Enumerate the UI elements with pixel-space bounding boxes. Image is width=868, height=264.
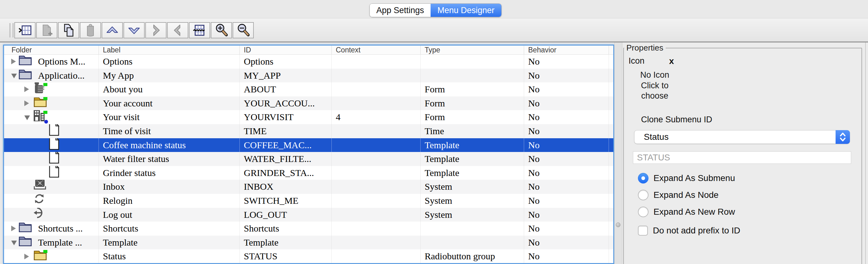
- green-dot-icon: [43, 83, 48, 86]
- icon-clear-button[interactable]: x: [669, 56, 674, 66]
- new-item-button[interactable]: [36, 22, 57, 38]
- table-row[interactable]: ReloginSWITCH_MESystemNo: [4, 194, 613, 208]
- radio-button-icon[interactable]: [638, 207, 649, 217]
- checkbox-icon[interactable]: [638, 226, 648, 236]
- column-header-label[interactable]: Label: [98, 46, 240, 54]
- radio-expand-as-node[interactable]: Expand As Node: [638, 190, 719, 200]
- expander-collapsed-icon[interactable]: [11, 226, 16, 231]
- expander-collapsed-icon[interactable]: [11, 59, 16, 64]
- id-cell: MY_APP: [240, 69, 332, 83]
- checkbox-do-not-add-prefix[interactable]: Do not add prefix to ID: [638, 226, 740, 236]
- behavior-cell: No: [524, 250, 609, 263]
- zoom-in-button[interactable]: [211, 22, 232, 38]
- label-cell: About you: [98, 82, 240, 96]
- table-row[interactable]: Coffee machine statusCOFFEE_MAC...Templa…: [4, 138, 613, 152]
- table-row[interactable]: Options M...OptionsOptionsNo: [4, 55, 613, 69]
- clone-submenu-dropdown[interactable]: Status: [634, 130, 850, 144]
- table-header: FolderLabelIDContextTypeBehavior: [4, 46, 613, 55]
- move-up-button[interactable]: [102, 22, 123, 38]
- table-row[interactable]: About youABOUTFormNo: [4, 82, 613, 96]
- zoom-out-button[interactable]: [232, 22, 254, 38]
- label-cell: Relogin: [98, 194, 240, 208]
- table-row[interactable]: Your accountYOUR_ACCOU...FormNo: [4, 96, 613, 111]
- radio-expand-as-submenu[interactable]: Expand As Submenu: [638, 173, 735, 183]
- column-header-folder[interactable]: Folder: [4, 46, 98, 54]
- row-filler: [609, 152, 613, 166]
- toolbar-grip-handle[interactable]: [9, 23, 14, 37]
- column-header-context[interactable]: Context: [332, 46, 420, 54]
- table-row[interactable]: StatusSTATUSRadiobutton groupNo: [4, 250, 613, 263]
- relogin-icon: [33, 194, 45, 208]
- inbox-icon: [33, 180, 47, 194]
- table-row[interactable]: Grinder statusGRINDER_STA...TemplateNo: [4, 166, 613, 180]
- splitter-handle-icon[interactable]: [616, 223, 620, 227]
- paste-icon: [84, 23, 97, 37]
- blue-dot-icon: [44, 120, 48, 124]
- clone-submenu-id-label: Clone Submenu ID: [641, 115, 712, 124]
- radio-button-icon[interactable]: [638, 190, 649, 200]
- green-dot-icon: [43, 111, 48, 114]
- label-cell: Your account: [98, 96, 240, 111]
- folder-cell: [4, 180, 98, 194]
- icon-chooser-well[interactable]: No Icon Click to choose: [627, 70, 683, 101]
- column-header-behavior[interactable]: Behavior: [524, 46, 609, 54]
- context-cell: [332, 194, 420, 208]
- table-row[interactable]: Shortcuts ...ShortcutsShortcutsNo: [4, 222, 613, 236]
- checkbox-label: Do not add prefix to ID: [653, 226, 740, 236]
- tab-app-settings[interactable]: App Settings: [370, 4, 431, 17]
- folder-cell: [4, 194, 98, 208]
- copy-button[interactable]: [58, 22, 79, 38]
- label-cell: Your visit: [98, 110, 240, 124]
- expander-collapsed-icon[interactable]: [24, 254, 29, 259]
- type-cell: Radiobutton group: [420, 250, 524, 263]
- row-filler: [609, 194, 613, 208]
- folder-name: Shortcuts ...: [38, 222, 83, 236]
- row-filler: [609, 138, 613, 152]
- row-filler: [609, 96, 613, 111]
- type-cell: Form: [420, 96, 524, 111]
- id-cell: WATER_FILTE...: [240, 152, 332, 166]
- move-right-button[interactable]: [145, 22, 166, 38]
- context-cell: 4: [332, 110, 420, 124]
- column-header-id[interactable]: ID: [240, 46, 332, 54]
- type-cell: [420, 69, 524, 83]
- move-left-button[interactable]: [167, 22, 188, 38]
- id-cell: Template: [240, 236, 332, 250]
- row-filler: [609, 236, 613, 250]
- table-row[interactable]: Water filter statusWATER_FILTE...Templat…: [4, 152, 613, 166]
- radio-button-icon[interactable]: [638, 173, 649, 183]
- table-row[interactable]: Template ...TemplateTemplateNo: [4, 236, 613, 250]
- submenu-id-input[interactable]: [633, 151, 851, 164]
- type-cell: System: [420, 194, 524, 208]
- label-cell: Grinder status: [98, 166, 240, 180]
- green-dot-icon: [43, 97, 48, 100]
- expander-expanded-icon[interactable]: [24, 115, 30, 120]
- paste-button[interactable]: [80, 22, 101, 38]
- expander-expanded-icon[interactable]: [11, 241, 17, 245]
- row-filler: [609, 250, 613, 263]
- table-row[interactable]: Applicatio...My AppMY_APPNo: [4, 69, 613, 83]
- expander-collapsed-icon[interactable]: [24, 100, 29, 106]
- radio-expand-as-new-row[interactable]: Expand As New Row: [638, 207, 735, 217]
- move-right-icon: [149, 23, 163, 37]
- behavior-cell: No: [524, 124, 609, 138]
- move-down-button[interactable]: [123, 22, 145, 38]
- tab-menu-designer[interactable]: Menu Designer: [431, 4, 501, 17]
- table-row[interactable]: Your visitYOURVISIT4FormNo: [4, 110, 613, 124]
- expander-expanded-icon[interactable]: [11, 74, 17, 78]
- column-header-type[interactable]: Type: [420, 46, 524, 54]
- dropdown-stepper-icon[interactable]: [836, 130, 850, 144]
- pane-splitter[interactable]: [614, 42, 622, 264]
- table-row[interactable]: InboxINBOXSystemNo: [4, 180, 613, 194]
- behavior-cell: No: [524, 110, 609, 124]
- table-row[interactable]: Log outLOG_OUTSystemNo: [4, 208, 613, 222]
- row-filler: [609, 55, 613, 69]
- delete-row-button[interactable]: [189, 22, 210, 38]
- behavior-cell: No: [524, 55, 609, 69]
- table-row[interactable]: Time of visitTIMETimeNo: [4, 124, 613, 138]
- behavior-cell: No: [524, 208, 609, 222]
- expander-collapsed-icon[interactable]: [24, 86, 29, 92]
- insert-row-button[interactable]: [14, 22, 35, 38]
- menu-tree-table: FolderLabelIDContextTypeBehavior Options…: [3, 45, 614, 264]
- type-cell: [420, 236, 524, 250]
